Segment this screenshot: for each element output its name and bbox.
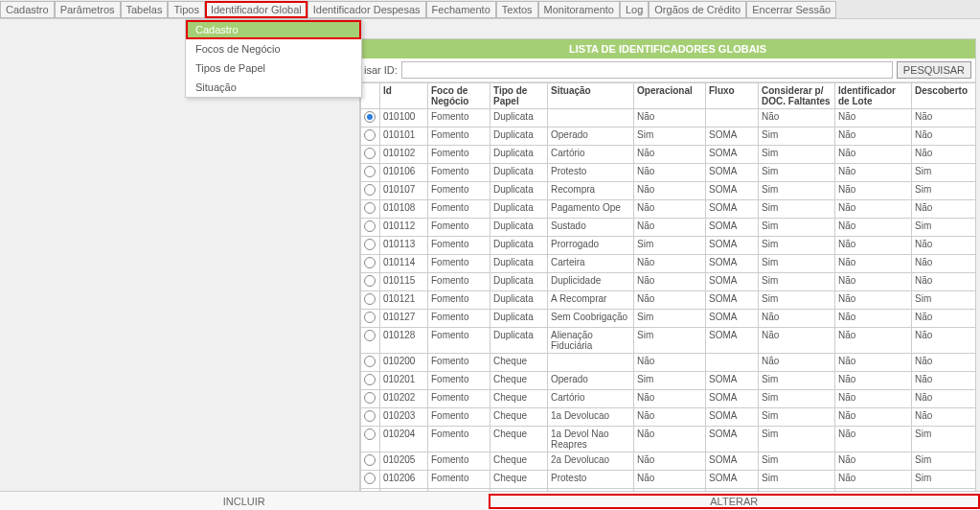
cell: Duplicata	[490, 182, 548, 200]
cell: Não	[835, 328, 912, 354]
row-select-radio[interactable]	[364, 202, 376, 214]
row-select-radio[interactable]	[364, 374, 376, 385]
cell: Não	[634, 273, 706, 291]
row-select-radio[interactable]	[364, 239, 376, 250]
table-row: 010100FomentoDuplicataNãoNãoNãoNão	[361, 109, 976, 128]
cell: Não	[634, 109, 706, 128]
grid-scroll[interactable]: IdFoco de NegócioTipo de PapelSituaçãoOp…	[360, 82, 975, 504]
cell: Fomento	[428, 200, 490, 219]
cell: Sim	[634, 237, 706, 255]
cell: Não	[835, 310, 912, 328]
row-select-radio[interactable]	[364, 410, 376, 422]
cell: Não	[759, 310, 835, 328]
cell: SOMA	[706, 128, 759, 146]
cell: Não	[634, 291, 706, 310]
cell: Não	[759, 109, 835, 128]
cell: Sem Coobrigação	[548, 310, 634, 328]
cell: Não	[634, 219, 706, 237]
col-header: Foco de Negócio	[428, 83, 490, 109]
cell: SOMA	[706, 273, 759, 291]
table-row: 010121FomentoDuplicataA RecomprarNãoSOMA…	[361, 291, 976, 310]
row-select-radio[interactable]	[364, 129, 376, 141]
cell: Operado	[548, 372, 634, 390]
row-select-radio[interactable]	[364, 111, 376, 123]
cell: 010201	[380, 372, 428, 390]
tab-log[interactable]: Log	[620, 1, 649, 18]
table-row: 010200FomentoChequeNãoNãoNãoNão	[361, 354, 976, 372]
row-select-radio[interactable]	[364, 330, 376, 341]
cell: Cheque	[490, 427, 548, 452]
row-select-radio[interactable]	[364, 220, 376, 232]
search-input[interactable]	[401, 61, 893, 79]
row-select-radio[interactable]	[364, 454, 376, 466]
menu-item-focos-de-neg-cio[interactable]: Focos de Negócio	[186, 39, 361, 58]
cell: Não	[634, 354, 706, 372]
cell: Duplicata	[490, 273, 548, 291]
tab-tabelas[interactable]: Tabelas	[121, 1, 169, 18]
row-select-radio[interactable]	[364, 184, 376, 196]
cell: Não	[835, 471, 912, 489]
cell: Sim	[759, 255, 835, 273]
cell: Não	[634, 390, 706, 408]
cell: Cheque	[490, 372, 548, 390]
table-row: 010108FomentoDuplicataPagamento OpeNãoSO…	[361, 200, 976, 219]
cell: Não	[634, 182, 706, 200]
cell: Sim	[759, 291, 835, 310]
row-select-radio[interactable]	[364, 166, 376, 177]
row-select-radio[interactable]	[364, 429, 376, 440]
tab-par-metros[interactable]: Parâmetros	[55, 1, 121, 18]
cell: Não	[835, 354, 912, 372]
cell: Não	[912, 354, 976, 372]
cell: Cartório	[548, 390, 634, 408]
tab-org-os-de-cr-dito[interactable]: Orgãos de Crédito	[649, 1, 746, 18]
tab-encerrar-sess-o[interactable]: Encerrar Sessão	[746, 1, 836, 18]
row-select-radio[interactable]	[364, 293, 376, 305]
menu-item-situa-o[interactable]: Situação	[186, 78, 361, 97]
row-select-radio[interactable]	[364, 275, 376, 287]
cell	[706, 109, 759, 128]
tab-monitoramento[interactable]: Monitoramento	[538, 1, 620, 18]
incluir-button[interactable]: INCLUIR	[0, 496, 489, 507]
cell: Duplicata	[490, 219, 548, 237]
row-select-radio[interactable]	[364, 392, 376, 404]
row-select-radio[interactable]	[364, 356, 376, 367]
cell: 010205	[380, 452, 428, 471]
alterar-button[interactable]: ALTERAR	[489, 494, 981, 509]
row-select-radio[interactable]	[364, 148, 376, 159]
cell: Não	[912, 328, 976, 354]
menu-item-tipos-de-papel[interactable]: Tipos de Papel	[186, 58, 361, 78]
cell: SOMA	[706, 471, 759, 489]
cell: 010106	[380, 164, 428, 182]
tab-tipos[interactable]: Tipos	[168, 1, 205, 18]
row-select-radio[interactable]	[364, 257, 376, 268]
tab-identificador-global[interactable]: Identificador Global	[205, 1, 308, 18]
cell: Fomento	[428, 219, 490, 237]
cell: Não	[835, 109, 912, 128]
cell: Não	[912, 273, 976, 291]
tab-cadastro[interactable]: Cadastro	[0, 1, 55, 18]
cell: Sim	[912, 182, 976, 200]
cell: Fomento	[428, 471, 490, 489]
footer-bar: INCLUIR ALTERAR	[0, 491, 980, 510]
tab-textos[interactable]: Textos	[496, 1, 538, 18]
search-label: isar ID:	[364, 64, 398, 76]
search-button[interactable]: PESQUISAR	[897, 61, 971, 79]
tab-fechamento[interactable]: Fechamento	[426, 1, 496, 18]
cell: 2a Devolucao	[548, 452, 634, 471]
cell: SOMA	[706, 237, 759, 255]
table-row: 010106FomentoDuplicataProtestoNãoSOMASim…	[361, 164, 976, 182]
identificador-global-menu: CadastroFocos de NegócioTipos de PapelSi…	[185, 19, 362, 98]
table-row: 010203FomentoCheque1a DevolucaoNãoSOMASi…	[361, 408, 976, 427]
cell: Não	[835, 255, 912, 273]
menu-item-cadastro[interactable]: Cadastro	[186, 20, 361, 39]
row-select-radio[interactable]	[364, 473, 376, 484]
row-select-radio[interactable]	[364, 312, 376, 323]
cell: Não	[835, 273, 912, 291]
cell: Duplicata	[490, 310, 548, 328]
col-header: Id	[380, 83, 428, 109]
cell: Pagamento Ope	[548, 200, 634, 219]
cell: Sustado	[548, 219, 634, 237]
cell: Não	[912, 255, 976, 273]
tab-identificador-despesas[interactable]: Identificador Despesas	[308, 1, 426, 18]
cell: Sim	[759, 471, 835, 489]
